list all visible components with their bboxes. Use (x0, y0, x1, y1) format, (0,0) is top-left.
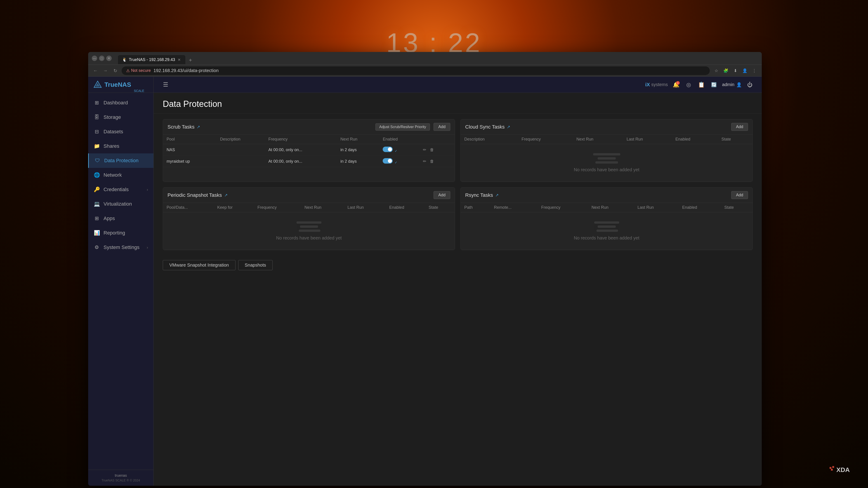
scrub-toggle-2[interactable] (383, 158, 393, 164)
sidebar-item-label: Storage (103, 114, 121, 120)
warning-icon: ⚠ (126, 68, 130, 73)
col-frequency: Frequency (537, 203, 588, 213)
forward-button[interactable]: → (102, 67, 109, 74)
cloud-sync-title: Cloud Sync Tasks ↗ (465, 124, 510, 130)
vmware-snapshot-button[interactable]: VMware Snapshot Integration (163, 260, 236, 270)
scrub-delete-button-1[interactable]: 🗑 (429, 147, 435, 153)
col-freq: Frequency (518, 135, 573, 144)
new-tab-button[interactable]: + (186, 56, 194, 64)
col-enabled: Enabled (379, 135, 418, 144)
sidebar-item-virtualization[interactable]: 💻 Virtualization (88, 197, 153, 211)
sidebar: TrueNAS SCALE ⊞ Dashboard 🗄 Storage ⊟ Da… (88, 76, 154, 486)
power-button[interactable]: ⏻ (745, 80, 754, 89)
power-icon: ⏻ (747, 82, 753, 88)
scrub-enabled-1: ✓ (379, 144, 418, 156)
sidebar-item-datasets[interactable]: ⊟ Datasets (88, 125, 153, 139)
data-protection-icon: 🛡 (94, 158, 101, 164)
empty-line-1 (594, 221, 619, 224)
sync-icon: 🔄 (711, 82, 717, 88)
maximize-button[interactable]: □ (99, 56, 104, 61)
chevron-right-icon: › (147, 187, 148, 192)
col-desc: Description (461, 135, 518, 144)
active-tab[interactable]: 🐧 TrueNAS - 192.168.29.43 ✕ (118, 55, 185, 64)
ix-systems-logo: iX systems (645, 82, 668, 88)
scrub-freq-1: At 00:00, only on... (265, 144, 337, 156)
periodic-snapshot-external-link-icon[interactable]: ↗ (224, 193, 228, 198)
browser-chrome: — □ ✕ 🐧 TrueNAS - 192.168.29.43 ✕ + ← → … (88, 52, 762, 76)
cloud-sync-empty-text: No records have been added yet (574, 167, 639, 172)
empty-line-2 (300, 225, 318, 228)
sidebar-item-network[interactable]: 🌐 Network (88, 168, 153, 182)
dashboard-icon: ⊞ (94, 100, 100, 106)
app-topbar: ☰ iX systems 🔔 1 ◎ 📋 (154, 76, 762, 93)
sidebar-item-apps[interactable]: ⊞ Apps (88, 211, 153, 226)
scrub-tasks-title: Scrub Tasks ↗ (167, 124, 200, 130)
download-icon[interactable]: ⬇ (732, 67, 739, 74)
empty-lines-decoration (297, 221, 321, 232)
empty-line-1 (297, 221, 321, 224)
sidebar-item-label: Credentials (103, 187, 129, 193)
cloud-sync-table: Description Frequency Next Run Last Run … (461, 135, 752, 182)
profile-circle-button[interactable]: ◎ (684, 80, 693, 89)
systems-text: systems (651, 82, 668, 87)
back-button[interactable]: ← (92, 67, 99, 74)
cloud-sync-empty-state: No records have been added yet (461, 144, 752, 182)
chevron-right-icon: › (147, 245, 148, 250)
clipboard-button[interactable]: 📋 (697, 80, 706, 89)
bookmark-icon[interactable]: ☆ (712, 67, 720, 74)
sidebar-item-label: Virtualization (103, 201, 132, 207)
periodic-snapshot-card: Periodic Snapshot Tasks ↗ Add Pool/Data.… (163, 187, 455, 250)
scrub-pool-2: myraidset up (163, 156, 216, 167)
sidebar-item-label: Dashboard (103, 100, 128, 106)
sidebar-item-reporting[interactable]: 📊 Reporting (88, 226, 153, 240)
col-state: State (718, 135, 752, 144)
minimize-button[interactable]: — (92, 56, 97, 61)
close-button[interactable]: ✕ (106, 56, 112, 61)
snapshots-button[interactable]: Snapshots (238, 260, 273, 270)
sidebar-item-data-protection[interactable]: 🛡 Data Protection (88, 153, 153, 168)
security-indicator: ⚠ Not secure (126, 68, 151, 73)
sidebar-item-storage[interactable]: 🗄 Storage (88, 110, 153, 125)
scrub-tasks-add-button[interactable]: Add (434, 123, 450, 131)
address-field[interactable]: ⚠ Not secure 192.168.29.43/ui/data-prote… (122, 66, 710, 75)
browser-controls: — □ ✕ (92, 56, 112, 61)
reload-button[interactable]: ↻ (112, 67, 119, 74)
col-remote: Remote... (490, 203, 537, 213)
adjust-scrub-button[interactable]: Adjust Scrub/Resilver Priority (375, 123, 430, 131)
sidebar-item-system-settings[interactable]: ⚙ System Settings › (88, 240, 153, 255)
rsync-tasks-card: Rsync Tasks ↗ Add Path Remote... Frequen… (460, 187, 753, 250)
scrub-toggle-1[interactable] (383, 147, 393, 152)
tab-bar: 🐧 TrueNAS - 192.168.29.43 ✕ + (114, 53, 758, 64)
profile-icon[interactable]: 👤 (741, 67, 749, 74)
scrub-delete-button-2[interactable]: 🗑 (429, 158, 435, 165)
sidebar-item-shares[interactable]: 📁 Shares (88, 139, 153, 153)
periodic-snapshot-add-button[interactable]: Add (434, 191, 450, 199)
svg-text:XDA: XDA (836, 466, 850, 473)
sync-button[interactable]: 🔄 (710, 80, 719, 89)
scrub-edit-button-1[interactable]: ✏ (422, 147, 428, 153)
empty-line-2 (598, 157, 616, 160)
table-row: No records have been added yet (461, 213, 752, 250)
col-actions (418, 135, 455, 144)
menu-toggle-button[interactable]: ☰ (161, 80, 170, 89)
extensions-icon[interactable]: 🧩 (722, 67, 730, 74)
admin-user-button[interactable]: admin 👤 (722, 82, 742, 88)
credentials-icon: 🔑 (94, 186, 100, 193)
alert-icon-button[interactable]: 🔔 1 (672, 80, 681, 89)
rsync-external-link-icon[interactable]: ↗ (495, 193, 499, 198)
page-body: Scrub Tasks ↗ Adjust Scrub/Resilver Prio… (154, 113, 762, 486)
tab-title: TrueNAS - 192.168.29.43 (129, 57, 175, 62)
menu-icon[interactable]: ⋮ (750, 67, 758, 74)
cloud-sync-add-button[interactable]: Add (731, 123, 748, 131)
cloud-sync-tasks-card: Cloud Sync Tasks ↗ Add Description Frequ… (460, 119, 753, 182)
cloud-sync-external-link-icon[interactable]: ↗ (507, 125, 510, 129)
scrub-edit-button-2[interactable]: ✏ (422, 158, 428, 165)
sidebar-item-dashboard[interactable]: ⊞ Dashboard (88, 96, 153, 110)
sidebar-item-credentials[interactable]: 🔑 Credentials › (88, 182, 153, 197)
scrub-tasks-external-link-icon[interactable]: ↗ (197, 125, 200, 129)
tab-close-button[interactable]: ✕ (177, 57, 181, 62)
rsync-header: Rsync Tasks ↗ Add (461, 188, 752, 203)
system-settings-icon: ⚙ (94, 244, 100, 251)
check-icon-1: ✓ (395, 149, 397, 153)
rsync-add-button[interactable]: Add (731, 191, 748, 199)
